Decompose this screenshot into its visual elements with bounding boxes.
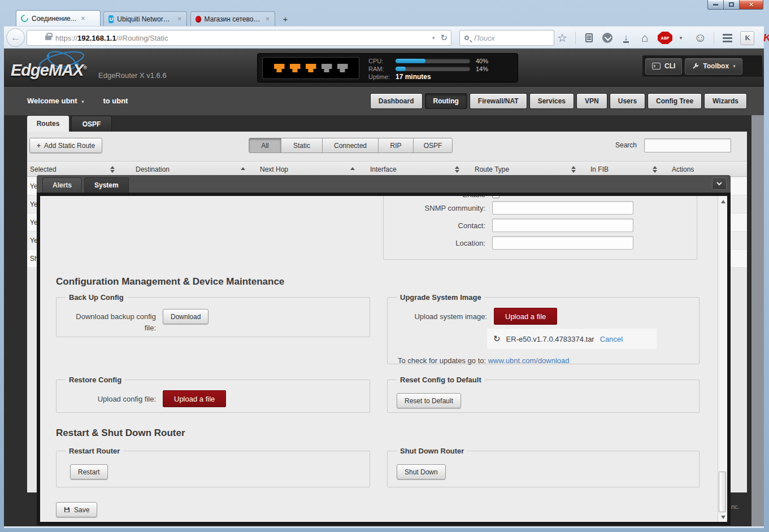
kaspersky-icon[interactable]: K [761, 32, 769, 44]
pocket-icon[interactable] [602, 33, 613, 43]
store-favicon-icon [195, 16, 201, 23]
tab-services[interactable]: Services [529, 93, 574, 109]
downloads-icon[interactable]: ↓ [620, 33, 632, 43]
tab-config-tree[interactable]: Config Tree [648, 93, 702, 109]
col-route-type[interactable]: Route Type [475, 165, 509, 173]
download-button[interactable]: Download [163, 309, 208, 324]
refresh-icon: ↻ [493, 334, 501, 344]
scroll-up-icon[interactable] [721, 200, 725, 203]
col-in-fib[interactable]: In FIB [590, 165, 609, 173]
minimize-button[interactable] [707, 0, 724, 10]
tab-users[interactable]: Users [610, 93, 645, 109]
tab-close-icon[interactable]: ✕ [81, 15, 85, 21]
tab-ospf[interactable]: OSPF [71, 116, 112, 132]
tab-system[interactable]: System [84, 177, 129, 193]
tab-title: Соединение... [32, 15, 76, 23]
panel-collapse-button[interactable] [712, 177, 727, 190]
kaspersky-plugin-icon[interactable]: K [740, 31, 754, 45]
sort-asc-icon[interactable] [241, 167, 245, 170]
shutdown-router-fieldset: Shut Down Router Shut Down [387, 447, 700, 487]
filter-static[interactable]: Static [281, 138, 323, 153]
toolbar-divider [714, 32, 714, 44]
scrollbar-thumb[interactable] [719, 472, 726, 512]
browser-tab-store[interactable]: Магазин сетевого оборуд... ✕ [190, 11, 275, 26]
tab-wizards[interactable]: Wizards [704, 93, 747, 109]
col-selected[interactable]: Selected [30, 165, 57, 173]
backup-config-fieldset: Back Up Config Download backup config fi… [56, 293, 370, 337]
browser-window: ✕ Соединение... ✕ U Ubiquiti Networks - … [0, 0, 769, 532]
home-icon[interactable]: ⌂ [639, 31, 650, 45]
col-actions: Actions [672, 165, 694, 173]
terminal-icon [652, 63, 661, 69]
restore-config-fieldset: Restore Config Upload config file: Uploa… [56, 376, 370, 413]
eth-port-icon [306, 64, 316, 72]
tab-close-icon[interactable]: ✕ [177, 16, 182, 22]
upload-image-button[interactable]: Upload a file [494, 308, 557, 325]
col-interface[interactable]: Interface [370, 165, 397, 173]
cpu-stat: CPU: 40% [368, 57, 488, 65]
filter-ospf[interactable]: OSPF [413, 138, 453, 153]
col-destination[interactable]: Destination [136, 165, 170, 173]
sort-both-icon[interactable] [571, 166, 576, 173]
add-static-route-button[interactable]: + Add Static Route [29, 138, 102, 153]
sort-asc-icon[interactable] [350, 167, 355, 170]
url-dropdown-icon[interactable]: ▾ [432, 35, 435, 41]
bookmarks-panel-icon[interactable] [583, 33, 594, 42]
back-button[interactable]: ← [6, 28, 25, 47]
welcome-user[interactable]: Welcome ubnt [27, 97, 77, 105]
sort-both-icon[interactable] [455, 166, 459, 173]
upload-image-label: Upload system image: [402, 311, 487, 322]
tab-alerts[interactable]: Alerts [42, 177, 82, 193]
upload-config-button[interactable]: Upload a file [163, 390, 226, 407]
reset-to-default-button[interactable]: Reset to Default [397, 393, 461, 408]
eth-port-icon [274, 64, 285, 72]
bookmark-star-icon[interactable]: ☆ [557, 31, 568, 45]
scroll-down-icon[interactable] [721, 516, 725, 519]
maximize-button[interactable] [724, 0, 740, 10]
tab-strip: Соединение... ✕ U Ubiquiti Networks - Do… [4, 10, 764, 26]
tab-vpn[interactable]: VPN [576, 93, 607, 109]
restart-button[interactable]: Restart [70, 464, 108, 479]
filter-rip[interactable]: RIP [378, 138, 414, 153]
filter-connected[interactable]: Connected [322, 138, 379, 153]
menu-icon[interactable] [722, 34, 733, 42]
new-tab-button[interactable]: + [279, 12, 292, 25]
sort-both-icon[interactable] [653, 166, 657, 173]
footer-text-fragment: nc. [731, 503, 740, 510]
chat-icon[interactable]: ☺ [694, 30, 706, 45]
browser-tab-ubiquiti[interactable]: U Ubiquiti Networks - Downl... ✕ [103, 11, 187, 26]
cancel-upload-link[interactable]: Cancel [600, 335, 623, 343]
browser-tab-connection[interactable]: Соединение... ✕ [16, 10, 101, 26]
tab-routing[interactable]: Routing [425, 93, 467, 109]
shut-down-button[interactable]: Shut Down [397, 464, 446, 479]
sort-both-icon[interactable] [110, 166, 115, 173]
save-button[interactable]: Save [56, 502, 97, 517]
chevron-down-icon[interactable]: ▾ [81, 99, 84, 104]
toolbar-divider [575, 32, 576, 44]
browser-search-box[interactable] [459, 30, 554, 46]
tab-dashboard[interactable]: Dashboard [370, 93, 423, 109]
tab-firewall-nat[interactable]: Firewall/NAT [470, 93, 527, 109]
tab-close-icon[interactable]: ✕ [266, 16, 270, 22]
browser-search-input[interactable] [473, 33, 541, 43]
col-next-hop[interactable]: Next Hop [260, 165, 288, 173]
toolbox-button[interactable]: Toolbox ▾ [685, 58, 742, 75]
save-icon [64, 507, 70, 513]
close-button[interactable]: ✕ [740, 0, 763, 10]
eth-port-icon [321, 64, 332, 72]
reload-icon[interactable]: ↻ [440, 33, 448, 43]
ram-bar [396, 67, 470, 71]
ubnt-download-link[interactable]: www.ubnt.com/download [488, 356, 570, 365]
upgrade-image-fieldset: Upgrade System Image Upload system image… [387, 293, 700, 364]
route-filters: All Static Connected RIP OSPF [249, 138, 453, 153]
filter-all[interactable]: All [249, 138, 281, 153]
panel-scrollbar[interactable] [718, 196, 727, 522]
adblock-icon[interactable]: ABP [658, 32, 672, 44]
tab-routes[interactable]: Routes [27, 116, 69, 132]
maintenance-title: Configuration Management & Device Mainte… [56, 276, 718, 287]
route-search-input[interactable] [644, 138, 731, 152]
cli-button[interactable]: CLI [645, 58, 682, 75]
url-bar[interactable]: https://192.168.1.1/#Routing/Static ▾ ↻ [27, 30, 451, 46]
adblock-caret-icon[interactable]: ▾ [675, 35, 687, 41]
cpu-bar [396, 59, 470, 63]
